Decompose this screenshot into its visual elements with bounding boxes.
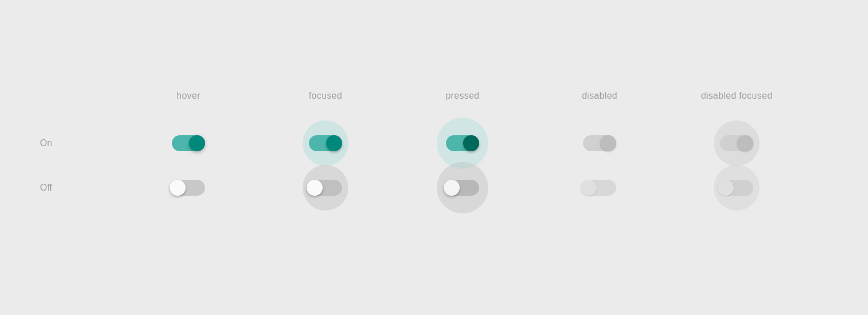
toggle-track-off-hover[interactable]: [172, 180, 205, 196]
ripple-on-focused: [303, 120, 348, 166]
toggle-thumb-off-focused: [307, 180, 323, 196]
toggle-track-on-disabled-focused: [720, 135, 753, 151]
toggle-thumb-on-focused: [326, 135, 342, 151]
ripple-on-disabled-focused: [714, 120, 760, 166]
toggle-track-on-pressed[interactable]: [446, 135, 479, 151]
toggle-thumb-on-hover: [189, 135, 205, 151]
toggle-thumb-off-disabled-focused: [718, 180, 734, 196]
toggle-track-off-disabled: [583, 180, 616, 196]
ripple-off-focused: [303, 165, 348, 211]
toggle-on-disabled: [531, 135, 668, 151]
header-row: hover focused pressed disabled disabled …: [29, 91, 839, 101]
col-disabled-focused: disabled focused: [668, 91, 805, 101]
ripple-off-disabled-focused: [714, 165, 760, 211]
col-hover: hover: [120, 91, 257, 101]
toggle-track-off-focused[interactable]: [309, 180, 342, 196]
toggle-on-hover[interactable]: [120, 135, 257, 151]
toggle-track-off-pressed[interactable]: [446, 180, 479, 196]
on-label: On: [29, 138, 120, 148]
col-pressed: pressed: [394, 91, 531, 101]
off-label: Off: [29, 183, 120, 193]
main-container: hover focused pressed disabled disabled …: [29, 91, 839, 224]
toggle-off-hover[interactable]: [120, 180, 257, 196]
toggle-thumb-on-pressed: [463, 135, 479, 151]
toggle-track-off-disabled-focused: [720, 180, 753, 196]
off-row: Off: [29, 180, 839, 196]
ripple-off-pressed: [437, 162, 488, 213]
on-row: On: [29, 135, 839, 151]
toggle-off-disabled: [531, 180, 668, 196]
toggle-track-on-disabled: [583, 135, 616, 151]
toggle-thumb-on-disabled-focused: [737, 135, 753, 151]
toggle-track-on-focused[interactable]: [309, 135, 342, 151]
col-focused: focused: [257, 91, 394, 101]
toggle-thumb-off-disabled: [581, 180, 597, 196]
toggle-thumb-off-pressed: [444, 180, 460, 196]
toggle-thumb-on-disabled: [600, 135, 616, 151]
toggle-thumb-off-hover: [170, 180, 186, 196]
ripple-on-pressed: [437, 118, 488, 169]
col-disabled: disabled: [531, 91, 668, 101]
toggle-track-on-hover[interactable]: [172, 135, 205, 151]
